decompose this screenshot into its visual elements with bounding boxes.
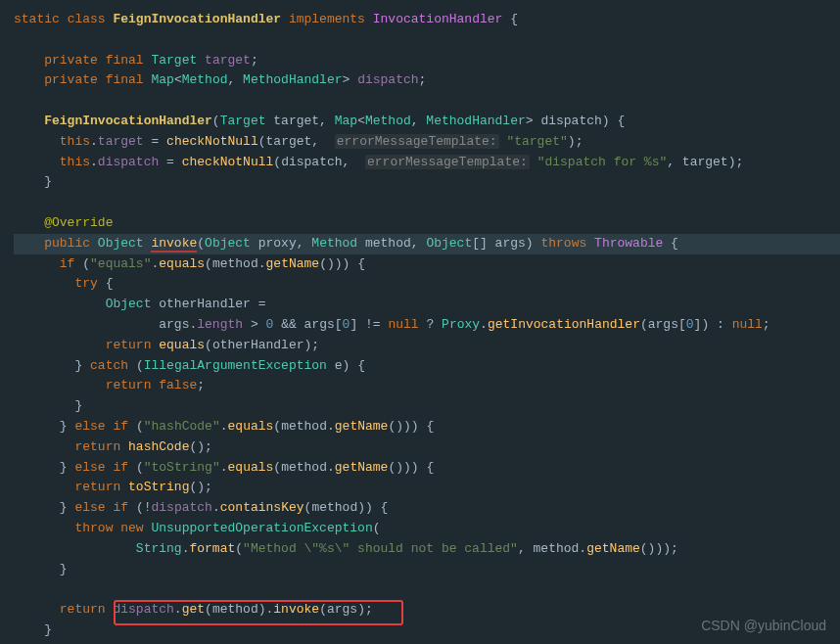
code-line: } else if ("toString".equals(method.getN… bbox=[14, 458, 840, 479]
code-line: return equals(otherHandler); bbox=[14, 336, 840, 356]
code-line: private final Map<Method, MethodHandler>… bbox=[14, 70, 840, 91]
code-line: static class FeignInvocationHandler impl… bbox=[14, 10, 840, 30]
code-line: private final Target target; bbox=[14, 51, 840, 71]
code-line: return false; bbox=[14, 376, 840, 396]
code-line: String.format("Method \"%s\" should not … bbox=[14, 539, 840, 560]
code-line: Object otherHandler = bbox=[14, 295, 840, 315]
code-line: throw new UnsupportedOperationException( bbox=[14, 519, 840, 539]
code-line: return hashCode(); bbox=[14, 437, 840, 458]
code-line: this.target = checkNotNull(target, error… bbox=[14, 132, 840, 153]
code-line bbox=[14, 30, 840, 51]
code-line: this.dispatch = checkNotNull(dispatch, e… bbox=[14, 153, 840, 173]
code-line: FeignInvocationHandler(Target target, Ma… bbox=[14, 112, 840, 132]
code-line: if ("equals".equals(method.getName())) { bbox=[14, 254, 840, 275]
code-line bbox=[14, 91, 840, 112]
code-line-highlighted: public Object invoke(Object proxy, Metho… bbox=[14, 234, 840, 254]
code-line: return toString(); bbox=[14, 478, 840, 498]
code-line: } catch (IllegalArgumentException e) { bbox=[14, 356, 840, 377]
code-line bbox=[14, 193, 840, 213]
code-line: } else if ("hashCode".equals(method.getN… bbox=[14, 417, 840, 437]
code-line: } bbox=[14, 560, 840, 580]
code-line: } else if (!dispatch.containsKey(method)… bbox=[14, 498, 840, 519]
code-line: @Override bbox=[14, 213, 840, 234]
code-line: args.length > 0 && args[0] != null ? Pro… bbox=[14, 315, 840, 336]
watermark: CSDN @yubinCloud bbox=[701, 615, 826, 636]
code-editor[interactable]: static class FeignInvocationHandler impl… bbox=[0, 0, 840, 644]
code-line: } bbox=[14, 172, 840, 193]
code-line: try { bbox=[14, 274, 840, 295]
code-line: } bbox=[14, 396, 840, 417]
code-line bbox=[14, 579, 840, 600]
